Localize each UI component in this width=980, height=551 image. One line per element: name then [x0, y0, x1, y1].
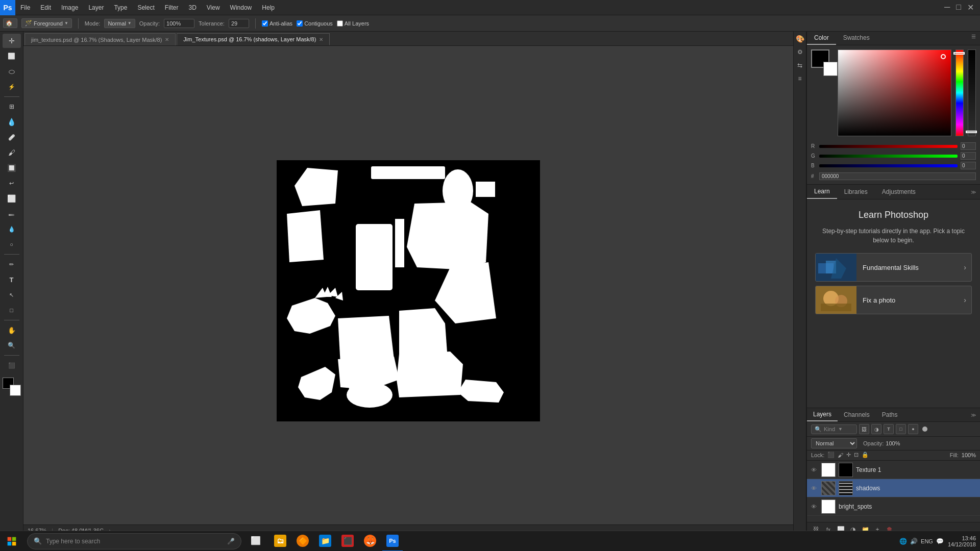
- gradient-tool[interactable]: ▬: [3, 207, 21, 221]
- blend-mode-select[interactable]: Normal Multiply Screen: [811, 438, 857, 448]
- tab-learn[interactable]: Learn: [807, 185, 837, 199]
- maximize-button[interactable]: □: [954, 3, 963, 12]
- eyedropper-tool[interactable]: 💧: [3, 115, 21, 129]
- menu-filter[interactable]: Filter: [160, 0, 184, 15]
- alpha-thumb[interactable]: [966, 131, 977, 133]
- alpha-slider[interactable]: [968, 49, 976, 136]
- taskbar-app-firefox[interactable]: 🦊: [360, 531, 380, 552]
- hue-thumb[interactable]: [953, 52, 965, 55]
- layer-vis-bright-spots[interactable]: 👁: [811, 504, 818, 510]
- red-input[interactable]: [961, 142, 976, 150]
- taskbar-mic-icon[interactable]: 🎤: [227, 538, 235, 545]
- brush-tool[interactable]: 🖌: [3, 145, 21, 160]
- action-center-icon[interactable]: 💬: [936, 538, 944, 545]
- lock-transparent-icon[interactable]: ⬛: [827, 452, 835, 458]
- tolerance-input[interactable]: [229, 19, 249, 28]
- learn-panel-collapse[interactable]: ≫: [967, 187, 980, 197]
- taskbar-app-explorer[interactable]: 🗂: [270, 531, 290, 552]
- background-color-swatch[interactable]: [10, 385, 21, 396]
- lock-image-icon[interactable]: 🖌: [838, 452, 843, 458]
- shape-tool[interactable]: □: [3, 303, 21, 317]
- tool-preset-picker[interactable]: 🪄 Foreground ▼: [21, 18, 72, 28]
- tutorial-card-fundamental[interactable]: Fundamental Skills ›: [815, 253, 972, 282]
- menu-image[interactable]: Image: [56, 0, 83, 15]
- mode-dropdown[interactable]: Normal ▼: [104, 19, 135, 28]
- history-brush-tool[interactable]: ↩: [3, 176, 21, 190]
- heal-tool[interactable]: 🩹: [3, 130, 21, 144]
- tab-swatches[interactable]: Swatches: [836, 32, 877, 45]
- green-slider[interactable]: [819, 155, 958, 158]
- green-input[interactable]: [961, 152, 976, 160]
- tab-1-close[interactable]: ✕: [165, 37, 169, 42]
- contiguous-checkbox-label[interactable]: Contiguous: [297, 20, 333, 27]
- move-tool[interactable]: ✛: [3, 34, 21, 48]
- all-layers-checkbox[interactable]: [337, 20, 343, 27]
- volume-icon[interactable]: 🔊: [910, 538, 918, 545]
- tab-1[interactable]: jim_textures.psd @ 16.7% (Shadows, Layer…: [24, 33, 176, 45]
- menu-3d[interactable]: 3D: [183, 0, 201, 15]
- task-view-btn[interactable]: ⬜: [246, 531, 266, 552]
- home-button[interactable]: 🏠: [3, 18, 17, 28]
- contiguous-checkbox[interactable]: [297, 20, 303, 27]
- taskbar-app-files[interactable]: 📁: [315, 531, 335, 552]
- layers-panel-menu[interactable]: ≫: [967, 410, 980, 420]
- hex-input[interactable]: [819, 172, 976, 180]
- filter-toggle[interactable]: [922, 427, 927, 432]
- type-tool[interactable]: T: [3, 272, 21, 287]
- tutorial-card-fix[interactable]: Fix a photo ›: [815, 286, 972, 314]
- menu-view[interactable]: View: [202, 0, 225, 15]
- blue-slider[interactable]: [819, 164, 958, 167]
- canvas-viewport[interactable]: [23, 46, 793, 536]
- all-layers-checkbox-label[interactable]: All Layers: [337, 20, 369, 27]
- lock-artboard-icon[interactable]: ⊡: [854, 452, 859, 458]
- menu-window[interactable]: Window: [225, 0, 257, 15]
- color-panel-menu[interactable]: ☰: [967, 32, 980, 45]
- layer-vis-texture1[interactable]: 👁: [811, 467, 818, 473]
- menu-help[interactable]: Help: [257, 0, 280, 15]
- pen-tool[interactable]: ✏: [3, 257, 21, 271]
- crop-tool[interactable]: ⊞: [3, 99, 21, 114]
- opacity-input[interactable]: [164, 19, 194, 28]
- blue-input[interactable]: [961, 162, 976, 169]
- tab-2-close[interactable]: ✕: [319, 37, 323, 42]
- layer-shadows[interactable]: 👁 shadows: [807, 479, 980, 497]
- lock-all-icon[interactable]: 🔒: [862, 452, 869, 458]
- panel-icon-2[interactable]: ⚙: [795, 47, 805, 57]
- minimize-button[interactable]: ─: [942, 3, 952, 12]
- close-button[interactable]: ✕: [965, 3, 976, 12]
- path-selection-tool[interactable]: ↖: [3, 288, 21, 302]
- color-picker-gradient[interactable]: [838, 49, 951, 136]
- layer-vis-shadows[interactable]: 👁: [811, 485, 818, 491]
- lasso-tool[interactable]: ⬭: [3, 64, 21, 79]
- menu-layer[interactable]: Layer: [83, 0, 109, 15]
- lock-position-icon[interactable]: ✛: [846, 452, 851, 458]
- taskbar-app-blender[interactable]: 🔶: [292, 531, 313, 552]
- tab-layers[interactable]: Layers: [807, 408, 838, 421]
- panel-icon-1[interactable]: 🎨: [795, 34, 805, 44]
- stamp-tool[interactable]: 🔲: [3, 161, 21, 175]
- layer-bright-spots[interactable]: 👁 bright_spots: [807, 497, 980, 516]
- taskbar-time[interactable]: 13:46 14/12/2018: [948, 535, 976, 547]
- zoom-tool[interactable]: 🔍: [3, 338, 21, 353]
- menu-edit[interactable]: Edit: [35, 0, 56, 15]
- menu-select[interactable]: Select: [132, 0, 159, 15]
- blur-tool[interactable]: 💧: [3, 222, 21, 236]
- marquee-tool[interactable]: ⬜: [3, 49, 21, 63]
- language-indicator[interactable]: ENG: [921, 538, 933, 544]
- red-slider[interactable]: [819, 145, 958, 148]
- magic-wand-tool[interactable]: ⚡: [3, 80, 21, 94]
- tab-2[interactable]: Jim_Textures.psd @ 16.7% (shadows, Layer…: [177, 33, 330, 45]
- dodge-tool[interactable]: ○: [3, 237, 21, 252]
- network-icon[interactable]: 🌐: [899, 538, 907, 545]
- color-picker-cursor[interactable]: [941, 54, 946, 59]
- tab-adjustments[interactable]: Adjustments: [875, 185, 923, 198]
- anti-alias-checkbox-label[interactable]: Anti-alias: [262, 20, 292, 27]
- tab-libraries[interactable]: Libraries: [837, 185, 875, 198]
- filter-shape-btn[interactable]: □: [896, 424, 906, 434]
- filter-adjust-btn[interactable]: ◑: [871, 424, 881, 434]
- filter-pixel-btn[interactable]: 🖼: [859, 424, 869, 434]
- filter-smart-btn[interactable]: ●: [908, 424, 918, 434]
- filter-type-btn[interactable]: T: [884, 424, 894, 434]
- tab-channels[interactable]: Channels: [838, 409, 876, 421]
- background-swatch[interactable]: [823, 62, 838, 76]
